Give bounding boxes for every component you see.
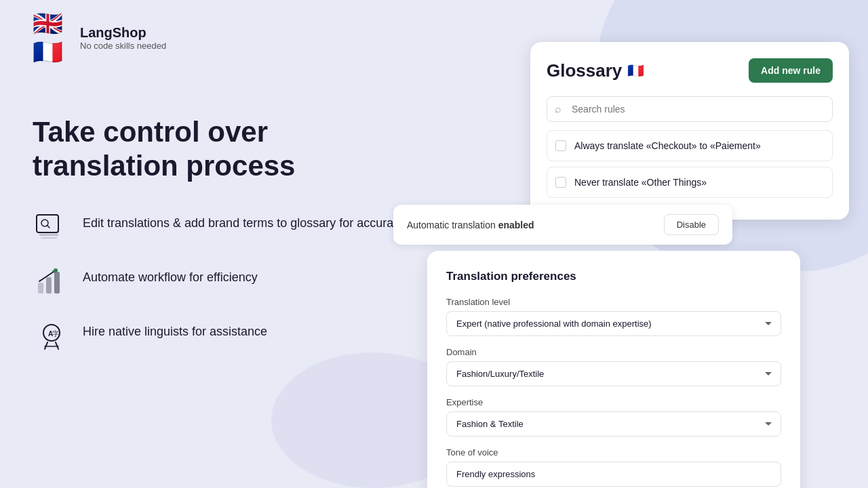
search-container: ⌕ (547, 96, 833, 122)
glossary-flag: 🇫🇷 (627, 62, 644, 79)
app-name: LangShop (80, 25, 166, 41)
svg-rect-4 (39, 234, 58, 236)
rule-item-2: Never translate «Other Things» (547, 167, 833, 198)
search-icon: ⌕ (555, 103, 561, 115)
svg-rect-8 (54, 272, 60, 293)
auto-translation-label: Automatic translation enabled (407, 220, 534, 230)
feature-icon-1 (33, 208, 71, 246)
add-rule-button[interactable]: Add new rule (749, 58, 833, 83)
domain-group: Domain Fashion/Luxury/Textile (446, 347, 781, 386)
domain-select[interactable]: Fashion/Luxury/Textile (446, 361, 781, 386)
rule-checkbox-1[interactable] (555, 140, 566, 151)
rule-text-2: Never translate «Other Things» (574, 177, 707, 188)
search-input[interactable] (547, 96, 833, 122)
feature-icon-2 (33, 262, 71, 300)
svg-rect-5 (41, 237, 57, 239)
glossary-title-text: Glossary (547, 60, 622, 81)
expertise-label: Expertise (446, 397, 781, 407)
app-logo: 🇬🇧🇫🇷 (33, 19, 71, 57)
feature-item-1: Edit translations & add brand terms to g… (33, 208, 412, 246)
hero-section: Take control over translation process Ed… (33, 115, 412, 354)
domain-label: Domain (446, 347, 781, 357)
translation-level-group: Translation level Expert (native profess… (446, 297, 781, 336)
tone-of-voice-group: Tone of voice (446, 447, 781, 487)
rule-text-1: Always translate «Checkout» to «Paiement… (574, 140, 761, 151)
feature-text-3: Hire native linguists for assistance (83, 317, 267, 340)
glossary-header: Glossary 🇫🇷 Add new rule (547, 58, 833, 83)
translation-level-select[interactable]: Expert (native professional with domain … (446, 311, 781, 336)
feature-text-2: Automate workflow for efficiency (83, 262, 258, 286)
rule-item-1: Always translate «Checkout» to «Paiement… (547, 130, 833, 161)
disable-button[interactable]: Disable (664, 214, 719, 235)
tone-of-voice-label: Tone of voice (446, 447, 781, 458)
translation-preferences-card: Translation preferences Translation leve… (427, 251, 800, 488)
expertise-select[interactable]: Fashion & Textile (446, 411, 781, 436)
app-branding: LangShop No code skills needed (80, 25, 166, 51)
auto-translation-bar: Automatic translation enabled Disable (393, 205, 732, 245)
svg-rect-7 (46, 277, 52, 293)
svg-text:字: 字 (52, 330, 59, 338)
app-tagline: No code skills needed (80, 41, 166, 51)
logo-icon: 🇬🇧🇫🇷 (33, 9, 71, 66)
feature-list: Edit translations & add brand terms to g… (33, 208, 412, 354)
svg-rect-1 (38, 216, 57, 230)
glossary-title: Glossary 🇫🇷 (547, 60, 644, 81)
feature-item-3: A 字 Hire native linguists for assistance (33, 317, 412, 354)
feature-text-1: Edit translations & add brand terms to g… (83, 208, 406, 232)
glossary-card: Glossary 🇫🇷 Add new rule ⌕ Always transl… (530, 42, 849, 220)
translation-level-label: Translation level (446, 297, 781, 307)
svg-rect-6 (38, 283, 43, 293)
hero-title: Take control over translation process (33, 115, 412, 184)
app-header: 🇬🇧🇫🇷 LangShop No code skills needed (33, 19, 166, 57)
prefs-title: Translation preferences (446, 270, 781, 283)
expertise-group: Expertise Fashion & Textile (446, 397, 781, 436)
rule-checkbox-2[interactable] (555, 177, 566, 188)
feature-icon-3: A 字 (33, 317, 71, 354)
feature-item-2: Automate workflow for efficiency (33, 262, 412, 300)
tone-of-voice-input[interactable] (446, 462, 781, 487)
